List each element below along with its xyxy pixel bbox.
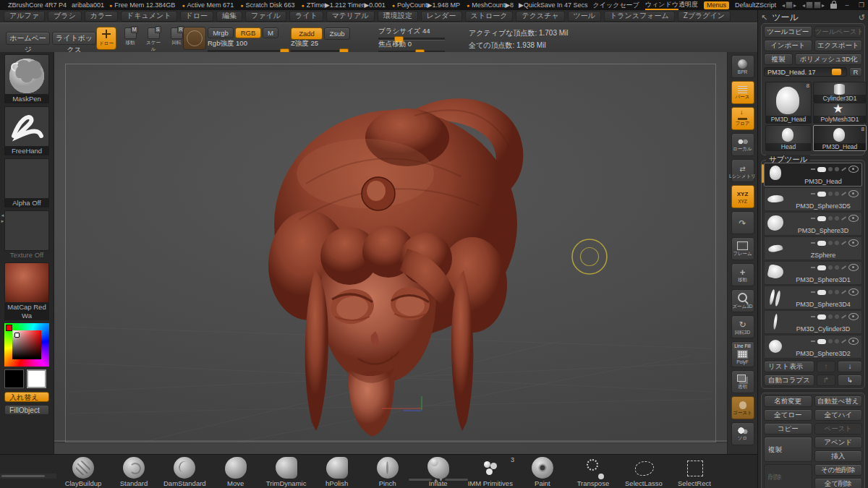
tool-copy-button[interactable]: ツールコピー: [764, 26, 812, 38]
export-button[interactable]: エクスポート: [814, 40, 863, 51]
auto-collapse-button[interactable]: 自動コラプス: [764, 374, 814, 386]
alpha-off-icon[interactable]: [4, 158, 49, 199]
auto-reorder-button[interactable]: 自動並べ替え: [814, 395, 863, 407]
collapse-icon[interactable]: [811, 291, 815, 293]
tool-duplicate-button[interactable]: 複製: [764, 53, 793, 65]
m-button[interactable]: M: [263, 27, 278, 38]
menu-item[interactable]: ストローク: [465, 11, 514, 22]
lock-icon[interactable]: [830, 4, 837, 9]
visibility-pill-icon[interactable]: [817, 314, 826, 320]
shelf-toggle-button[interactable]: パース: [731, 81, 754, 104]
texture-slot[interactable]: Texture Off: [4, 210, 49, 260]
menu-item[interactable]: Zプラグイン: [678, 11, 731, 22]
insert-button[interactable]: 挿入: [814, 450, 863, 462]
menu-item[interactable]: ドロー: [180, 11, 213, 22]
brush-tray-item[interactable]: TrimDynamic: [261, 457, 312, 487]
shelf-toggle-button[interactable]: XYZ XYZ: [731, 185, 754, 208]
brush-toggle-icon[interactable]: [841, 241, 846, 244]
brush-toggle-icon[interactable]: [841, 192, 846, 195]
window-opacity-button[interactable]: ウィンドウ透明度: [645, 0, 698, 10]
zadd-button[interactable]: Zadd: [291, 27, 323, 40]
toggle-icon[interactable]: [828, 241, 833, 245]
shelf-toggle-button[interactable]: 移動: [731, 263, 754, 286]
subtool-toggles[interactable]: [811, 313, 859, 320]
toggle-icon[interactable]: [828, 216, 833, 221]
visibility-pill-icon[interactable]: [817, 241, 826, 246]
tray-scrollbar-mid[interactable]: ▲▼: [409, 476, 477, 482]
default-zscript-button[interactable]: DefaultZScript: [735, 1, 776, 9]
eye-icon[interactable]: [848, 313, 859, 320]
left-tray-toggle-icon[interactable]: ◂▸: [782, 1, 796, 9]
brush-size-slider[interactable]: ブラシサイズ 44: [378, 27, 445, 40]
palette-reset-icon[interactable]: ↺: [859, 13, 865, 22]
fill-object-button[interactable]: FillObject: [4, 405, 49, 415]
subtool-item[interactable]: PM3D_Sphere3D: [764, 212, 862, 236]
subtool-toggles[interactable]: [811, 215, 859, 222]
collapse-icon[interactable]: [811, 242, 815, 244]
slider-handle[interactable]: [832, 69, 841, 75]
tray-scrollbar-left[interactable]: [0, 474, 56, 479]
shelf-toggle-button[interactable]: [731, 211, 754, 234]
freehand-stroke-icon[interactable]: [4, 106, 49, 147]
append-button[interactable]: アペンド: [814, 437, 863, 448]
menu-item[interactable]: 環境設定: [378, 11, 418, 22]
brush-tray-item[interactable]: Transpose: [568, 457, 618, 487]
menu-item[interactable]: マテリアル: [326, 11, 375, 22]
copy-button[interactable]: コピー: [764, 423, 812, 435]
collapse-icon[interactable]: [811, 218, 815, 219]
list-view-button[interactable]: リスト表示: [764, 361, 814, 372]
toggle-icon[interactable]: [835, 290, 839, 294]
current-stroke-slot[interactable]: FreeHand: [4, 106, 49, 155]
make-polymesh-button[interactable]: ポリメッシュ3D化: [795, 53, 862, 65]
primary-color-swatch[interactable]: [27, 369, 46, 388]
delete-all-button[interactable]: 全て削除: [814, 478, 863, 488]
homepage-button[interactable]: ホームページ: [6, 32, 50, 45]
eye-icon[interactable]: [848, 288, 859, 296]
brush-toggle-icon[interactable]: [841, 339, 846, 343]
brush-tray-item[interactable]: 3 IMM Primitives: [464, 457, 517, 487]
subtool-toggles[interactable]: [811, 239, 859, 247]
r-button[interactable]: R: [849, 67, 862, 77]
brush-toggle-icon[interactable]: [841, 265, 846, 269]
brush-preview-icon[interactable]: [183, 27, 206, 50]
menu-item[interactable]: レンダー: [421, 11, 462, 22]
quicksave-button[interactable]: クイックセーブ: [593, 1, 639, 10]
toggle-icon[interactable]: [835, 241, 839, 245]
subtool-item[interactable]: PM3D_Sphere3D4: [764, 286, 862, 309]
shelf-toggle-button[interactable]: 回転3D: [731, 315, 754, 338]
brush-tray-item[interactable]: Paint: [517, 457, 568, 487]
toggle-icon[interactable]: [835, 167, 839, 171]
active-tool-slider[interactable]: PM3D_Head. 17: [764, 67, 847, 77]
brush-tray-item[interactable]: Standard: [109, 457, 159, 487]
menu-item[interactable]: トランスフォーム: [604, 11, 675, 22]
paste-button[interactable]: ペースト: [814, 423, 863, 435]
tool-thumb-polymesh-star[interactable]: ★ PolyMesh3D1: [813, 103, 867, 124]
delete-button[interactable]: 削除: [764, 464, 812, 488]
shelf-toggle-button[interactable]: Line Fill PolyF: [731, 341, 754, 367]
toggle-icon[interactable]: [828, 167, 833, 171]
visibility-pill-icon[interactable]: [817, 216, 826, 221]
all-low-button[interactable]: 全てロー: [764, 409, 812, 421]
tool-thumb-pm3d-head[interactable]: 8 PM3D_Head: [765, 82, 812, 124]
collapse-up-button[interactable]: ↱: [817, 374, 835, 386]
collapse-icon[interactable]: [811, 316, 815, 317]
subtool-toggles[interactable]: [811, 338, 859, 345]
menu-item[interactable]: テクスチャ: [516, 11, 564, 22]
toggle-icon[interactable]: [835, 314, 839, 319]
subtool-toggles[interactable]: [811, 288, 859, 296]
subtool-item[interactable]: PM3D_Head: [764, 163, 862, 187]
eye-icon[interactable]: [848, 190, 859, 197]
secondary-color-swatch[interactable]: [4, 369, 24, 388]
mrgb-button[interactable]: Mrgb: [208, 27, 234, 38]
shelf-toggle-button[interactable]: ローカル: [731, 133, 754, 156]
shelf-toggle-button[interactable]: フレーム: [731, 237, 754, 260]
import-button[interactable]: インポート: [764, 40, 812, 51]
rgb-intensity-slider[interactable]: Rgb強度 100: [208, 39, 284, 53]
toggle-icon[interactable]: [828, 339, 833, 343]
visibility-pill-icon[interactable]: [817, 339, 826, 344]
toggle-icon[interactable]: [828, 314, 833, 319]
visibility-pill-icon[interactable]: [817, 290, 826, 295]
zsub-button[interactable]: Zsub: [324, 27, 350, 40]
collapse-icon[interactable]: [811, 267, 815, 268]
eye-icon[interactable]: [848, 166, 859, 173]
